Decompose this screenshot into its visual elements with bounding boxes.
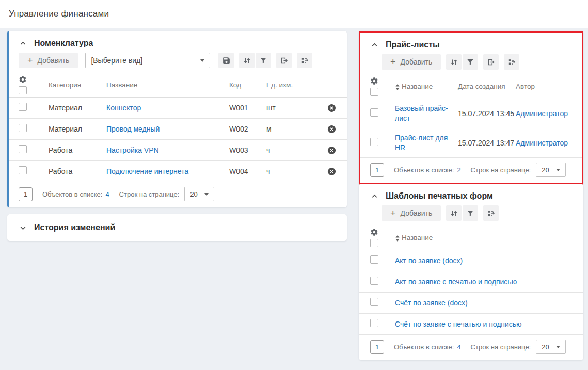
row-checkbox[interactable] [19, 103, 27, 111]
view-select[interactable]: [Выберите вид] [85, 53, 210, 68]
cell-code: W004 [229, 167, 266, 175]
table-row: Акт по заявке (docx) [359, 250, 583, 271]
collapse-chevron-up-icon[interactable] [370, 192, 379, 201]
row-checkbox[interactable] [370, 298, 378, 306]
delete-icon[interactable] [327, 124, 337, 134]
objects-count[interactable]: 2 [457, 166, 460, 174]
filter-icon [466, 209, 474, 217]
pagination-page-button[interactable]: 1 [370, 340, 384, 354]
chevron-down-icon [556, 346, 560, 348]
page-title: Управление финансами [9, 9, 109, 19]
delete-icon[interactable] [327, 167, 337, 176]
column-header-code[interactable]: Код [229, 81, 266, 89]
pagination-page-button[interactable]: 1 [370, 163, 384, 177]
row-checkbox[interactable] [19, 124, 27, 132]
sort-filter-group [446, 54, 478, 70]
export-list-button[interactable] [504, 54, 519, 70]
table-row: Счёт по заявке (docx) [359, 293, 583, 314]
select-all-checkbox[interactable] [370, 88, 378, 96]
item-link[interactable]: Базовый прайс-лист [395, 104, 448, 122]
column-settings-gear-icon[interactable] [370, 77, 378, 85]
price-lists-table-header: Название Дата создания Автор [360, 74, 582, 99]
collapse-chevron-up-icon[interactable] [19, 39, 27, 48]
sort-button[interactable] [446, 205, 462, 221]
save-icon [222, 56, 231, 65]
export-button[interactable] [483, 54, 499, 70]
filter-button[interactable] [463, 205, 478, 221]
item-link[interactable]: Коннектор [106, 104, 141, 112]
table-row: Материал Провод медный W002 м [7, 119, 347, 140]
table-row: Счёт по заявке с печатью и подписью [359, 314, 583, 335]
row-checkbox[interactable] [370, 277, 378, 285]
cell-unit: ч [266, 146, 319, 154]
delete-icon[interactable] [327, 103, 337, 113]
panel-title: Прайс-листы [386, 40, 440, 50]
page-size-select[interactable]: 20 [536, 340, 566, 354]
author-link[interactable]: Администратор [516, 139, 568, 147]
author-link[interactable]: Администратор [516, 109, 568, 118]
column-header-author[interactable]: Автор [516, 83, 578, 90]
pagination-page-button[interactable]: 1 [19, 187, 33, 201]
rows-per-page-label: Строк на странице: [119, 190, 180, 198]
column-header-unit[interactable]: Ед. изм. [266, 81, 319, 89]
add-button[interactable]: + Добавить [19, 53, 78, 68]
column-header-name[interactable]: Название [402, 234, 433, 242]
filter-button[interactable] [463, 54, 478, 70]
row-checkbox[interactable] [370, 319, 378, 327]
export-list-button[interactable] [483, 205, 499, 221]
delete-icon[interactable] [327, 146, 337, 155]
export-icon [487, 58, 496, 67]
sort-icon [450, 58, 458, 67]
item-link[interactable]: Подключение интернета [106, 167, 188, 175]
item-link[interactable]: Провод медный [106, 125, 160, 133]
item-link[interactable]: Настройка VPN [106, 146, 159, 154]
templates-table-header: Название [359, 226, 583, 250]
item-link[interactable]: Счёт по заявке с печатью и подписью [395, 320, 522, 328]
row-checkbox[interactable] [19, 145, 27, 153]
rows-per-page-label: Строк на странице: [471, 343, 531, 351]
row-checkbox[interactable] [370, 255, 378, 264]
column-settings-gear-icon[interactable] [19, 75, 27, 84]
row-checkbox[interactable] [370, 138, 378, 146]
cell-category: Работа [49, 146, 106, 154]
page-size-value: 20 [190, 190, 197, 198]
item-link[interactable]: Прайс-лист для HR [395, 134, 448, 152]
collapse-chevron-up-icon[interactable] [370, 41, 379, 50]
column-header-name[interactable]: Название [402, 83, 433, 90]
row-checkbox[interactable] [19, 166, 27, 174]
cell-unit: ч [266, 167, 319, 175]
panel-price-lists-header: Прайс-листы [360, 33, 582, 50]
column-settings-gear-icon[interactable] [370, 228, 378, 236]
panel-templates-header: Шаблоны печатных форм [359, 184, 583, 201]
page-size-select[interactable]: 20 [184, 187, 214, 201]
sort-button[interactable] [446, 54, 462, 70]
column-header-created[interactable]: Дата создания [458, 82, 516, 91]
app-root: Управление финансами Номенклатура + Доба… [0, 0, 588, 370]
add-button[interactable]: + Добавить [382, 54, 441, 70]
page-size-select[interactable]: 20 [536, 163, 566, 177]
add-button[interactable]: + Добавить [382, 205, 441, 221]
select-all-checkbox[interactable] [370, 239, 378, 247]
export-icon [280, 56, 289, 65]
column-header-category[interactable]: Категория [49, 81, 106, 89]
column-header-name[interactable]: Название [106, 81, 229, 89]
objects-count[interactable]: 4 [457, 343, 460, 351]
nomenclature-table-header: Категория Название Код Ед. изм. [7, 73, 347, 98]
select-all-checkbox[interactable] [19, 86, 27, 94]
sort-button[interactable] [239, 53, 255, 68]
export-list-button[interactable] [297, 53, 312, 68]
item-link[interactable]: Счёт по заявке (docx) [395, 299, 468, 307]
objects-count[interactable]: 4 [105, 190, 109, 198]
item-link[interactable]: Акт по заявке с печатью и подписью [395, 278, 517, 286]
row-checkbox[interactable] [370, 108, 378, 117]
nomenclature-pagination: 1 Объектов в списке: 4 Строк на странице… [7, 182, 347, 207]
cell-category: Материал [49, 104, 106, 112]
collapse-chevron-down-icon[interactable] [19, 223, 27, 232]
export-list-icon [300, 56, 309, 65]
item-link[interactable]: Акт по заявке (docx) [395, 256, 463, 265]
filter-button[interactable] [256, 53, 271, 68]
export-button[interactable] [276, 53, 292, 68]
save-view-button[interactable] [218, 53, 234, 68]
panel-title: Шаблоны печатных форм [386, 191, 493, 201]
sort-filter-group [446, 205, 478, 221]
